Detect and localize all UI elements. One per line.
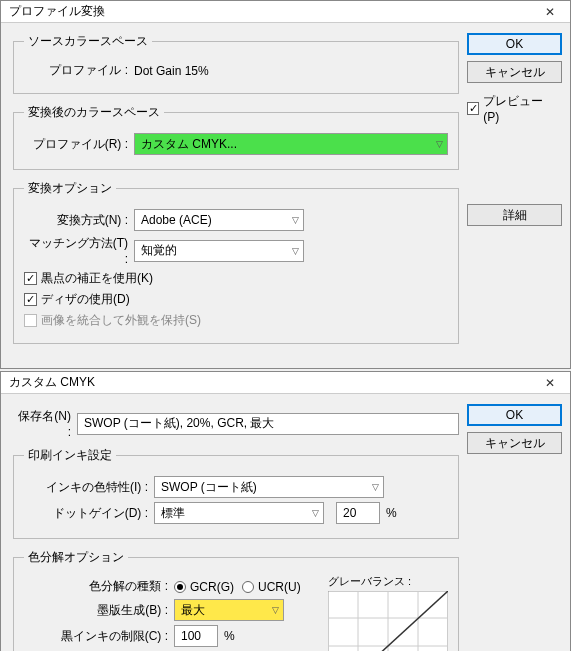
source-profile-value: Dot Gain 15% xyxy=(134,64,209,78)
dest-colorspace-group: 変換後のカラースペース プロファイル(R) : カスタム CMYK... ▽ xyxy=(13,104,459,170)
titlebar: カスタム CMYK ✕ xyxy=(1,372,570,394)
profile-convert-dialog: プロファイル変換 ✕ ソースカラースペース プロファイル : Dot Gain … xyxy=(0,0,571,369)
close-button[interactable]: ✕ xyxy=(530,1,570,23)
dest-legend: 変換後のカラースペース xyxy=(24,104,164,121)
ink-colors-label: インキの色特性(I) : xyxy=(24,479,154,496)
preview-label: プレビュー(P) xyxy=(483,93,554,124)
intent-value: 知覚的 xyxy=(141,242,177,259)
custom-cmyk-dialog: カスタム CMYK ✕ 保存名(N) : SWOP (コート紙), 20%, G… xyxy=(0,371,571,651)
dest-profile-value: カスタム CMYK... xyxy=(141,136,237,153)
pct-label: % xyxy=(224,629,235,643)
name-input[interactable]: SWOP (コート紙), 20%, GCR, 最大 xyxy=(77,413,459,435)
sep-type-label: 色分解の種類 : xyxy=(24,578,174,595)
ink-colors-select[interactable]: SWOP (コート紙) ▽ xyxy=(154,476,384,498)
chevron-down-icon: ▽ xyxy=(372,482,379,492)
convert-options-group: 変換オプション 変換方式(N) : Adobe (ACE) ▽ マッチング方法(… xyxy=(13,180,459,344)
intent-label: マッチング方法(T) : xyxy=(24,235,134,266)
gray-balance-label: グレーバランス : xyxy=(328,574,448,589)
source-profile-label: プロファイル : xyxy=(24,62,134,79)
chevron-down-icon: ▽ xyxy=(292,246,299,256)
source-legend: ソースカラースペース xyxy=(24,33,152,50)
name-label: 保存名(N) : xyxy=(13,408,77,439)
engine-select[interactable]: Adobe (ACE) ▽ xyxy=(134,209,304,231)
options-legend: 変換オプション xyxy=(24,180,116,197)
bpc-checkbox[interactable]: ✓ 黒点の補正を使用(K) xyxy=(24,270,153,287)
intent-select[interactable]: 知覚的 ▽ xyxy=(134,240,304,262)
dotgain-label: ドットゲイン(D) : xyxy=(24,505,154,522)
ok-button[interactable]: OK xyxy=(467,404,562,426)
pct-label: % xyxy=(386,506,397,520)
dither-checkbox[interactable]: ✓ ディザの使用(D) xyxy=(24,291,130,308)
ok-button[interactable]: OK xyxy=(467,33,562,55)
chevron-down-icon: ▽ xyxy=(272,605,279,615)
preview-checkbox[interactable]: ✓ プレビュー(P) xyxy=(467,93,554,124)
cancel-button[interactable]: キャンセル xyxy=(467,61,562,83)
name-value: SWOP (コート紙), 20%, GCR, 最大 xyxy=(84,415,274,432)
black-gen-value: 最大 xyxy=(181,602,205,619)
ucr-label: UCR(U) xyxy=(258,580,301,594)
ink-colors-value: SWOP (コート紙) xyxy=(161,479,257,496)
black-limit-label: 黒インキの制限(C) : xyxy=(24,628,174,645)
ink-settings-group: 印刷インキ設定 インキの色特性(I) : SWOP (コート紙) ▽ ドットゲイ… xyxy=(13,447,459,539)
flatten-checkbox: 画像を統合して外観を保持(S) xyxy=(24,312,201,329)
detail-button[interactable]: 詳細 xyxy=(467,204,562,226)
gcr-radio[interactable]: GCR(G) xyxy=(174,580,234,594)
dotgain-value: 標準 xyxy=(161,505,185,522)
sep-legend: 色分解オプション xyxy=(24,549,128,566)
gcr-label: GCR(G) xyxy=(190,580,234,594)
titlebar: プロファイル変換 ✕ xyxy=(1,1,570,23)
engine-value: Adobe (ACE) xyxy=(141,213,212,227)
dither-label: ディザの使用(D) xyxy=(41,291,130,308)
dotgain-select[interactable]: 標準 ▽ xyxy=(154,502,324,524)
gray-balance-chart xyxy=(328,591,448,651)
close-icon: ✕ xyxy=(545,376,555,390)
dest-profile-select[interactable]: カスタム CMYK... ▽ xyxy=(134,133,448,155)
engine-label: 変換方式(N) : xyxy=(24,212,134,229)
dialog-title: カスタム CMYK xyxy=(9,374,95,391)
black-gen-label: 墨版生成(B) : xyxy=(24,602,174,619)
ucr-radio[interactable]: UCR(U) xyxy=(242,580,301,594)
close-icon: ✕ xyxy=(545,5,555,19)
bpc-label: 黒点の補正を使用(K) xyxy=(41,270,153,287)
chevron-down-icon: ▽ xyxy=(436,139,443,149)
dest-profile-label: プロファイル(R) : xyxy=(24,136,134,153)
source-colorspace-group: ソースカラースペース プロファイル : Dot Gain 15% xyxy=(13,33,459,94)
separation-options-group: 色分解オプション 色分解の種類 : GCR(G) UCR(U) xyxy=(13,549,459,651)
chevron-down-icon: ▽ xyxy=(312,508,319,518)
cancel-button[interactable]: キャンセル xyxy=(467,432,562,454)
dotgain-pct-input[interactable]: 20 xyxy=(336,502,380,524)
close-button[interactable]: ✕ xyxy=(530,372,570,394)
flatten-label: 画像を統合して外観を保持(S) xyxy=(41,312,201,329)
chevron-down-icon: ▽ xyxy=(292,215,299,225)
ink-legend: 印刷インキ設定 xyxy=(24,447,116,464)
black-gen-select[interactable]: 最大 ▽ xyxy=(174,599,284,621)
dialog-title: プロファイル変換 xyxy=(9,3,105,20)
black-limit-input[interactable]: 100 xyxy=(174,625,218,647)
